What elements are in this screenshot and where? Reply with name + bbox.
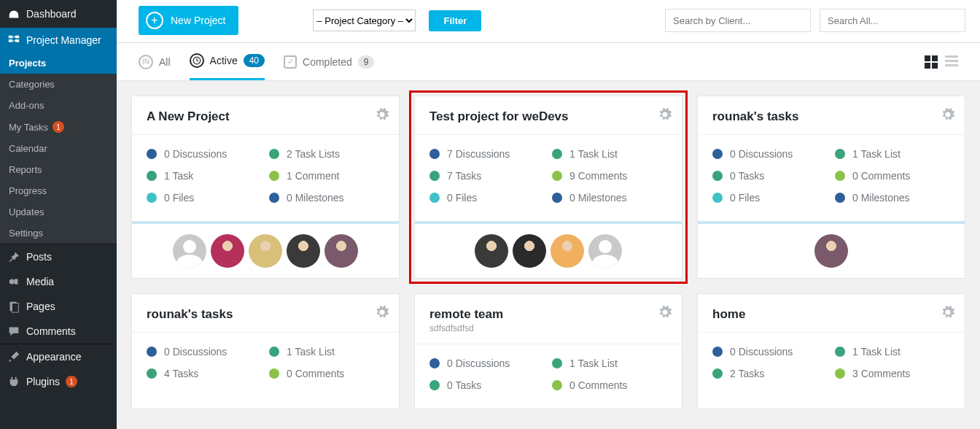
view-toggle — [925, 55, 958, 69]
svg-rect-1 — [9, 39, 12, 42]
stat-dot — [269, 193, 279, 203]
stat-label: 1 Task — [164, 170, 193, 182]
avatar[interactable] — [551, 234, 584, 268]
gear-icon[interactable] — [941, 306, 954, 322]
project-title: home — [712, 307, 950, 322]
avatar[interactable] — [249, 234, 282, 268]
new-project-label: New Project — [171, 15, 225, 26]
search-client-input[interactable] — [665, 9, 811, 32]
sidebar-item-project-manager[interactable]: Project Manager — [0, 28, 117, 53]
project-title: rounak's tasks — [712, 109, 950, 124]
stat-comments: 0 Comments — [269, 368, 384, 379]
project-manager-icon — [7, 34, 20, 47]
stat-dot — [712, 347, 723, 357]
main-content: + New Project – Project Category – Filte… — [117, 0, 980, 429]
tab-completed[interactable]: ✓ Completed 9 — [284, 55, 374, 79]
svg-rect-2 — [15, 36, 19, 39]
stat-dot — [712, 193, 723, 203]
sidebar-item-posts[interactable]: Posts — [0, 244, 117, 269]
tab-active[interactable]: Active 40 — [190, 53, 265, 80]
toolbar: + New Project – Project Category – Filte… — [117, 0, 980, 43]
list-view-button[interactable] — [945, 55, 958, 69]
project-card[interactable]: A New Project0 Discussions2 Task Lists1 … — [131, 96, 400, 279]
project-stats: 0 Discussions1 Task List4 Tasks0 Comment… — [132, 333, 399, 397]
sidebar-label: Pages — [26, 301, 55, 312]
stat-label: 1 Task List — [569, 148, 618, 160]
stat-label: 1 Task List — [569, 358, 618, 369]
project-members — [132, 221, 399, 278]
sidebar-item-dashboard[interactable]: Dashboard — [0, 0, 117, 28]
sidebar-item-appearance[interactable]: Appearance — [0, 344, 117, 369]
gear-icon[interactable] — [376, 306, 389, 322]
filter-button[interactable]: Filter — [429, 10, 481, 31]
project-card[interactable]: remote teamsdfsdfsdfsd0 Discussions1 Tas… — [414, 293, 682, 409]
sidebar-sub-updates[interactable]: Updates — [0, 201, 117, 223]
avatar[interactable] — [814, 234, 848, 268]
avatar[interactable] — [324, 234, 358, 268]
gear-icon[interactable] — [376, 108, 389, 124]
sidebar-sub-categories[interactable]: Categories — [0, 74, 117, 95]
stat-dot — [429, 358, 440, 368]
svg-rect-0 — [9, 36, 12, 39]
stat-label: 0 Comments — [287, 368, 344, 379]
sidebar-sub-progress[interactable]: Progress — [0, 180, 117, 201]
stat-tasks: 2 Tasks — [712, 368, 828, 379]
sidebar-sub-addons[interactable]: Add-ons — [0, 95, 117, 116]
stat-dot — [269, 368, 279, 379]
stat-dot — [835, 171, 845, 181]
stat-dot — [835, 347, 845, 357]
sidebar-label: Dashboard — [26, 8, 77, 20]
avatar[interactable] — [475, 234, 508, 268]
project-stats: 7 Discussions1 Task List7 Tasks9 Comment… — [415, 135, 682, 221]
tab-all[interactable]: IN All — [139, 55, 171, 80]
sidebar-item-media[interactable]: Media — [0, 269, 117, 294]
gear-icon[interactable] — [658, 108, 672, 124]
sidebar-sub-mytasks[interactable]: My Tasks 1 — [0, 116, 117, 138]
sidebar-sub-calendar[interactable]: Calendar — [0, 138, 117, 159]
svg-rect-3 — [15, 39, 19, 42]
sidebar-item-comments[interactable]: Comments — [0, 319, 117, 344]
sidebar-sub-reports[interactable]: Reports — [0, 159, 117, 180]
avatar[interactable] — [287, 234, 320, 268]
avatar[interactable] — [588, 234, 622, 268]
project-card[interactable]: rounak's tasks0 Discussions1 Task List4 … — [131, 293, 400, 409]
stat-dot — [429, 193, 440, 203]
stat-dot — [269, 347, 279, 357]
stat-dot — [429, 380, 440, 390]
stat-tasklists: 1 Task List — [552, 358, 667, 369]
sidebar-sub-settings[interactable]: Settings — [0, 223, 117, 244]
project-card[interactable]: Test project for weDevs7 Discussions1 Ta… — [414, 96, 682, 279]
pages-icon — [7, 300, 20, 313]
sidebar-sub-projects[interactable]: Projects — [0, 53, 117, 74]
gear-icon[interactable] — [941, 108, 954, 124]
sidebar-submenu: Projects Categories Add-ons My Tasks 1 C… — [0, 53, 117, 244]
stat-milestones: 0 Milestones — [552, 192, 667, 204]
stat-comments: 1 Comment — [269, 170, 384, 182]
stat-dot — [147, 368, 157, 379]
grid-view-button[interactable] — [925, 55, 938, 69]
stat-label: 3 Comments — [852, 368, 910, 379]
project-card[interactable]: rounak's tasks0 Discussions1 Task List0 … — [697, 96, 965, 279]
sidebar-label: Project Manager — [26, 34, 101, 46]
project-category-select[interactable]: – Project Category – — [313, 9, 416, 31]
brush-icon — [7, 350, 20, 363]
new-project-button[interactable]: + New Project — [139, 6, 238, 35]
sidebar-item-pages[interactable]: Pages — [0, 294, 117, 319]
check-icon: ✓ — [284, 55, 297, 69]
plugins-badge: 1 — [66, 376, 77, 387]
stat-label: 0 Files — [164, 192, 194, 204]
project-card[interactable]: home0 Discussions1 Task List2 Tasks3 Com… — [697, 293, 965, 409]
avatar[interactable] — [211, 234, 244, 268]
avatar[interactable] — [173, 234, 206, 268]
stat-dot — [552, 193, 562, 203]
stat-label: 0 Discussions — [447, 358, 510, 369]
stat-tasklists: 1 Task List — [835, 148, 950, 160]
stat-comments: 0 Comments — [552, 379, 667, 391]
filter-tabs: IN All Active 40 ✓ Completed 9 — [117, 43, 980, 81]
sidebar-item-plugins[interactable]: Plugins 1 — [0, 369, 117, 394]
gear-icon[interactable] — [658, 306, 672, 322]
stat-tasklists: 2 Task Lists — [269, 148, 384, 160]
avatar[interactable] — [513, 234, 546, 268]
completed-count: 9 — [358, 55, 375, 69]
search-all-input[interactable] — [820, 9, 965, 32]
